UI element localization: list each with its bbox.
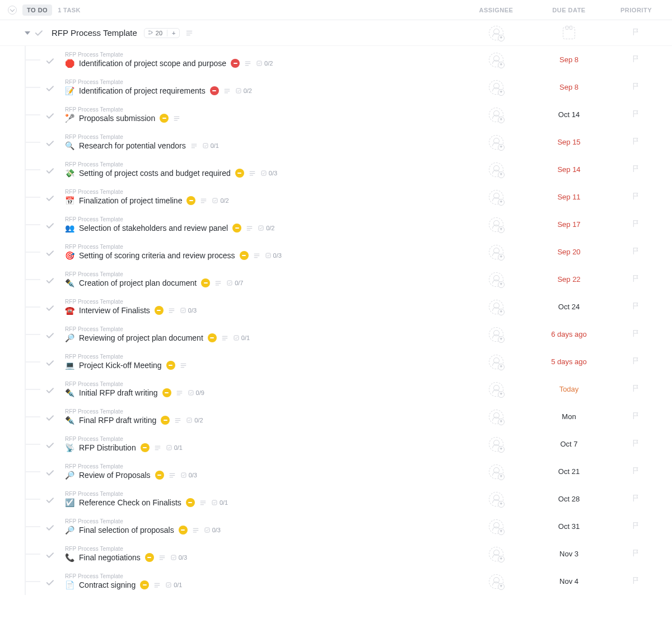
priority-flag[interactable] bbox=[632, 82, 641, 92]
priority-flag[interactable] bbox=[632, 109, 641, 120]
task-row[interactable]: RFP Process Template👥Selection of stakeh… bbox=[0, 211, 672, 238]
due-date[interactable]: Sep 11 bbox=[557, 193, 580, 201]
subtask-progress[interactable]: 0/3 bbox=[170, 554, 187, 561]
subtask-progress[interactable]: 0/1 bbox=[165, 582, 182, 588]
description-icon[interactable] bbox=[244, 60, 251, 67]
assignee-add[interactable]: + bbox=[489, 327, 503, 342]
assignee-add[interactable]: + bbox=[489, 547, 503, 561]
task-row[interactable]: RFP Process Template🔎Final selection of … bbox=[0, 513, 672, 540]
due-date[interactable]: 5 days ago bbox=[551, 357, 587, 366]
due-date[interactable]: Oct 21 bbox=[558, 467, 580, 476]
complete-checkbox[interactable] bbox=[45, 523, 55, 533]
description-icon[interactable] bbox=[200, 197, 207, 205]
subtask-progress[interactable]: 0/2 bbox=[186, 417, 203, 424]
description-icon[interactable] bbox=[154, 444, 161, 452]
subtask-progress[interactable]: 0/9 bbox=[188, 389, 204, 396]
subtask-progress[interactable]: 0/3 bbox=[180, 472, 197, 478]
priority-flag[interactable] bbox=[632, 411, 641, 422]
status-dot[interactable] bbox=[201, 278, 210, 287]
status-dot[interactable] bbox=[186, 196, 195, 205]
task-row[interactable]: RFP Process Template🔍Research for potent… bbox=[0, 128, 672, 156]
breadcrumb[interactable]: RFP Process Template bbox=[65, 408, 203, 415]
description-icon[interactable] bbox=[192, 527, 199, 534]
breadcrumb[interactable]: RFP Process Template bbox=[65, 134, 219, 140]
priority-flag[interactable] bbox=[632, 494, 641, 504]
due-date[interactable]: Mon bbox=[562, 412, 576, 421]
priority-flag[interactable] bbox=[632, 384, 641, 394]
expand-caret-icon[interactable] bbox=[25, 31, 30, 35]
description-icon[interactable] bbox=[176, 389, 183, 397]
complete-checkbox[interactable] bbox=[45, 56, 55, 66]
due-date[interactable]: 6 days ago bbox=[551, 330, 587, 338]
due-date[interactable]: Oct 14 bbox=[558, 110, 580, 119]
priority-flag[interactable] bbox=[632, 247, 641, 257]
status-dot[interactable] bbox=[155, 471, 164, 480]
complete-checkbox[interactable] bbox=[34, 28, 44, 38]
assignee-add[interactable]: + bbox=[489, 410, 503, 424]
status-dot[interactable] bbox=[235, 169, 244, 178]
status-dot[interactable] bbox=[179, 526, 188, 535]
complete-checkbox[interactable] bbox=[45, 83, 55, 94]
task-row[interactable]: RFP Process Template📞Final negotiations0… bbox=[0, 540, 672, 568]
description-icon[interactable] bbox=[223, 87, 231, 95]
breadcrumb[interactable]: RFP Process Template bbox=[65, 354, 187, 360]
description-icon[interactable] bbox=[214, 280, 222, 287]
priority-flag[interactable] bbox=[632, 164, 641, 175]
due-date[interactable]: Oct 7 bbox=[560, 440, 577, 448]
due-date[interactable]: Sep 17 bbox=[557, 220, 580, 229]
priority-flag[interactable] bbox=[632, 192, 641, 202]
assignee-add[interactable]: + bbox=[489, 245, 503, 259]
complete-checkbox[interactable] bbox=[45, 221, 55, 231]
description-icon[interactable] bbox=[185, 29, 193, 37]
assignee-add[interactable]: + bbox=[489, 574, 503, 589]
description-icon[interactable] bbox=[199, 499, 207, 506]
assignee-add[interactable]: + bbox=[489, 355, 503, 369]
due-date[interactable]: Sep 20 bbox=[557, 248, 580, 256]
subtask-progress[interactable]: 0/2 bbox=[256, 60, 273, 67]
description-icon[interactable] bbox=[221, 334, 228, 342]
task-row[interactable]: RFP Process Template🎯Setting of scoring … bbox=[0, 238, 672, 266]
task-row[interactable]: RFP Process Template✒️Creation of projec… bbox=[0, 266, 672, 293]
task-row[interactable]: RFP Process Template🔎Reviewing of projec… bbox=[0, 320, 672, 348]
status-dot[interactable] bbox=[208, 333, 217, 342]
task-row[interactable]: RFP Process Template✒️Final RFP draft wr… bbox=[0, 403, 672, 430]
priority-flag[interactable] bbox=[632, 521, 641, 532]
due-date[interactable]: Oct 28 bbox=[558, 495, 580, 503]
complete-checkbox[interactable] bbox=[45, 303, 55, 313]
due-date[interactable]: Sep 8 bbox=[559, 83, 578, 91]
assignee-add[interactable]: + bbox=[489, 190, 503, 205]
parent-task-row[interactable]: RFP Process Template 20 + + bbox=[0, 20, 672, 46]
task-row[interactable]: RFP Process Template✒️Initial RFP draft … bbox=[0, 375, 672, 403]
due-date[interactable]: Sep 15 bbox=[557, 138, 580, 146]
breadcrumb[interactable]: RFP Process Template bbox=[65, 381, 204, 387]
breadcrumb[interactable]: RFP Process Template bbox=[65, 106, 180, 113]
due-date[interactable]: Sep 22 bbox=[557, 275, 580, 284]
assignee-add[interactable]: + bbox=[489, 492, 503, 506]
add-subtask-plus-icon[interactable]: + bbox=[172, 30, 175, 36]
complete-checkbox[interactable] bbox=[45, 440, 55, 450]
assignee-add[interactable]: + bbox=[489, 272, 503, 287]
priority-flag[interactable] bbox=[632, 54, 641, 65]
priority-flag[interactable] bbox=[632, 137, 641, 147]
complete-checkbox[interactable] bbox=[45, 468, 55, 478]
task-row[interactable]: RFP Process Template📝Identification of p… bbox=[0, 73, 672, 101]
breadcrumb[interactable]: RFP Process Template bbox=[65, 299, 197, 305]
breadcrumb[interactable]: RFP Process Template bbox=[65, 161, 277, 168]
status-dot[interactable] bbox=[231, 59, 240, 68]
breadcrumb[interactable]: RFP Process Template bbox=[65, 189, 229, 195]
priority-flag[interactable] bbox=[632, 466, 641, 477]
subtask-progress[interactable]: 0/1 bbox=[202, 142, 219, 149]
complete-checkbox[interactable] bbox=[45, 248, 55, 258]
breadcrumb[interactable]: RFP Process Template bbox=[65, 271, 243, 277]
breadcrumb[interactable]: RFP Process Template bbox=[65, 326, 250, 332]
description-icon[interactable] bbox=[180, 362, 187, 369]
subtask-progress[interactable]: 0/2 bbox=[258, 225, 274, 231]
subtask-progress[interactable]: 0/1 bbox=[166, 444, 183, 451]
task-row[interactable]: RFP Process Template💸Setting of project … bbox=[0, 156, 672, 183]
status-dot[interactable] bbox=[210, 86, 219, 95]
breadcrumb[interactable]: RFP Process Template bbox=[65, 573, 182, 579]
subtask-progress[interactable]: 0/2 bbox=[212, 197, 228, 204]
status-dot[interactable] bbox=[162, 388, 171, 397]
status-pill-todo[interactable]: TO DO bbox=[22, 4, 52, 16]
complete-checkbox[interactable] bbox=[45, 358, 55, 368]
